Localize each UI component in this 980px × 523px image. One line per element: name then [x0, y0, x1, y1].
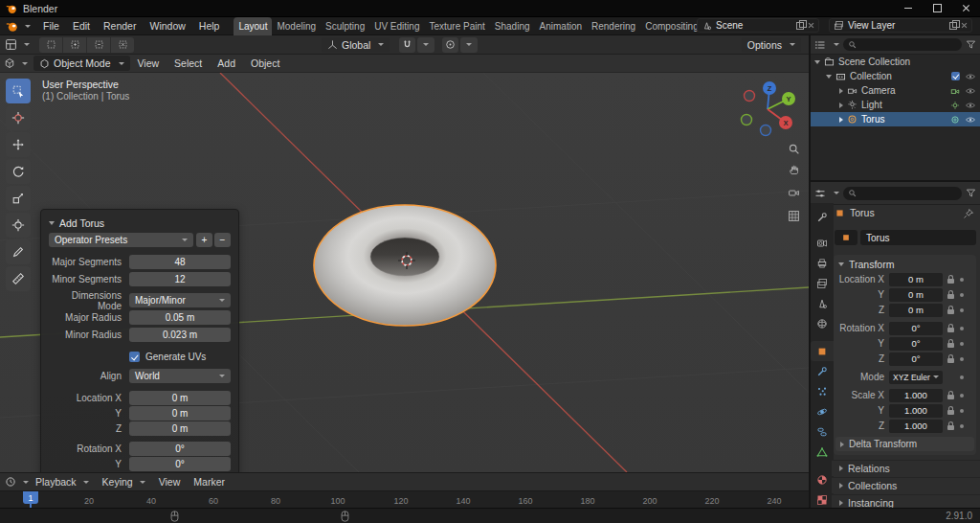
workspace-tab-rendering[interactable]: Rendering	[587, 17, 640, 35]
expand-icon[interactable]	[839, 88, 843, 94]
tool-transform[interactable]	[6, 213, 31, 238]
expand-icon[interactable]	[826, 75, 832, 79]
menu-view[interactable]: View	[130, 57, 167, 69]
select-mode-extend-button[interactable]	[63, 37, 86, 53]
workspace-tab-modeling[interactable]: Modeling	[272, 17, 321, 35]
delta-transform-subpanel[interactable]: Delta Transform	[835, 437, 974, 451]
workspace-tab-shading[interactable]: Shading	[490, 17, 535, 35]
prop-scale-z-field[interactable]: 1.000	[889, 420, 943, 433]
expand-icon[interactable]	[839, 102, 843, 108]
tab-physics[interactable]	[811, 401, 834, 421]
animate-dot-icon[interactable]	[960, 293, 964, 297]
id-type-button[interactable]	[835, 230, 858, 245]
playhead-frame-badge[interactable]: 1	[23, 491, 38, 504]
hide-eye-icon[interactable]	[965, 100, 976, 111]
tool-annotate[interactable]	[6, 239, 31, 264]
view-layer-selector[interactable]: View Layer	[829, 18, 972, 33]
tab-output[interactable]	[811, 253, 834, 273]
select-mode-invert-button[interactable]	[111, 37, 134, 53]
proportional-edit-icon[interactable]	[442, 37, 458, 53]
lock-icon[interactable]	[947, 425, 954, 430]
add-preset-button[interactable]: +	[196, 233, 212, 247]
filter-icon[interactable]	[966, 188, 976, 198]
menu-edit[interactable]: Edit	[66, 17, 97, 35]
options-dropdown[interactable]: Options	[742, 37, 801, 53]
prop-scale-y-field[interactable]: 1.000	[889, 404, 943, 418]
navigation-gizmo[interactable]: X Y Z	[742, 81, 796, 136]
camera-view-icon[interactable]	[785, 184, 802, 201]
minimize-button[interactable]	[894, 0, 923, 16]
align-dropdown[interactable]: World	[129, 369, 231, 383]
lock-icon[interactable]	[947, 395, 954, 399]
tab-texture[interactable]	[811, 489, 834, 510]
major-segments-field[interactable]: 48	[129, 255, 231, 269]
section-collections[interactable]: Collections	[832, 477, 980, 493]
rotation-mode-dropdown[interactable]: XYZ Euler	[889, 371, 943, 384]
new-view-layer-icon[interactable]	[949, 22, 957, 30]
workspace-tab-compositing[interactable]: Compositing	[640, 17, 703, 35]
properties-editor-icon[interactable]	[814, 188, 826, 199]
timeline-ruler[interactable]: 0 20 40 60 80 100 120 140 160 180 200 22…	[0, 490, 809, 508]
tab-scene[interactable]	[811, 293, 834, 313]
prop-scale-x-field[interactable]: 1.000	[889, 389, 943, 402]
collection-checkbox[interactable]	[951, 72, 960, 80]
menu-file[interactable]: File	[36, 17, 66, 35]
chevron-down-icon[interactable]	[834, 192, 839, 194]
minor-segments-field[interactable]: 12	[129, 272, 231, 286]
select-mode-set-button[interactable]	[39, 37, 62, 53]
prop-rotation-y-field[interactable]: 0°	[889, 337, 943, 351]
animate-dot-icon[interactable]	[960, 375, 964, 379]
workspace-tab-uv-editing[interactable]: UV Editing	[369, 17, 424, 35]
menu-help[interactable]: Help	[192, 17, 227, 35]
tab-material[interactable]	[811, 469, 834, 489]
generate-uvs-checkbox[interactable]	[129, 352, 140, 362]
expand-icon[interactable]	[814, 60, 820, 64]
hide-eye-icon[interactable]	[965, 71, 976, 82]
orthographic-grid-icon[interactable]	[785, 207, 802, 224]
prop-rotation-z-field[interactable]: 0°	[889, 352, 943, 366]
prop-location-x-field[interactable]: 0 m	[889, 273, 943, 286]
zoom-icon[interactable]	[785, 140, 802, 157]
rotation-x-field[interactable]: 0°	[129, 442, 231, 456]
lock-icon[interactable]	[947, 410, 954, 415]
menu-playback[interactable]: Playback	[29, 476, 96, 488]
tab-view-layer[interactable]	[811, 273, 834, 293]
tool-rotate[interactable]	[6, 159, 31, 184]
animate-dot-icon[interactable]	[960, 424, 964, 428]
tab-render[interactable]	[811, 233, 834, 253]
tool-select-box[interactable]	[6, 79, 31, 103]
outliner-row-camera[interactable]: Camera	[811, 83, 980, 98]
viewport-editor-type-button[interactable]	[4, 57, 28, 69]
tool-measure[interactable]	[6, 266, 31, 291]
tab-object-data[interactable]	[811, 442, 834, 462]
editor-type-button[interactable]	[5, 38, 30, 51]
tab-object[interactable]	[811, 341, 834, 361]
unlink-scene-icon[interactable]	[808, 22, 814, 29]
animate-dot-icon[interactable]	[960, 327, 964, 330]
animate-dot-icon[interactable]	[960, 308, 964, 312]
viewport-3d[interactable]: X Y Z User Perspective (1) Collection | …	[0, 73, 809, 472]
proportional-edit-controls[interactable]	[442, 37, 478, 53]
menu-select[interactable]: Select	[167, 57, 210, 69]
tab-modifiers[interactable]	[811, 361, 834, 381]
rotation-y-field[interactable]: 0°	[129, 457, 231, 471]
blender-menu-button[interactable]	[0, 20, 36, 33]
menu-object[interactable]: Object	[243, 57, 287, 69]
gizmo-neg-z-ball[interactable]	[761, 125, 771, 136]
expand-icon[interactable]	[839, 117, 843, 123]
outliner-search-input[interactable]	[843, 38, 962, 51]
timeline-editor-type-button[interactable]	[5, 476, 29, 488]
hide-eye-icon[interactable]	[965, 114, 976, 125]
transform-orientation-dropdown[interactable]: Global	[322, 37, 390, 53]
workspace-tab-sculpting[interactable]: Sculpting	[321, 17, 369, 35]
menu-window[interactable]: Window	[143, 17, 191, 35]
outliner-row-light[interactable]: Light	[811, 98, 980, 112]
lock-icon[interactable]	[947, 343, 954, 348]
animate-dot-icon[interactable]	[960, 342, 964, 346]
tool-move[interactable]	[6, 132, 31, 157]
prop-rotation-x-field[interactable]: 0°	[889, 322, 943, 335]
tool-cursor[interactable]	[6, 105, 31, 130]
tool-scale[interactable]	[6, 186, 31, 211]
prop-location-y-field[interactable]: 0 m	[889, 288, 943, 302]
snap-options-button[interactable]	[417, 37, 434, 53]
